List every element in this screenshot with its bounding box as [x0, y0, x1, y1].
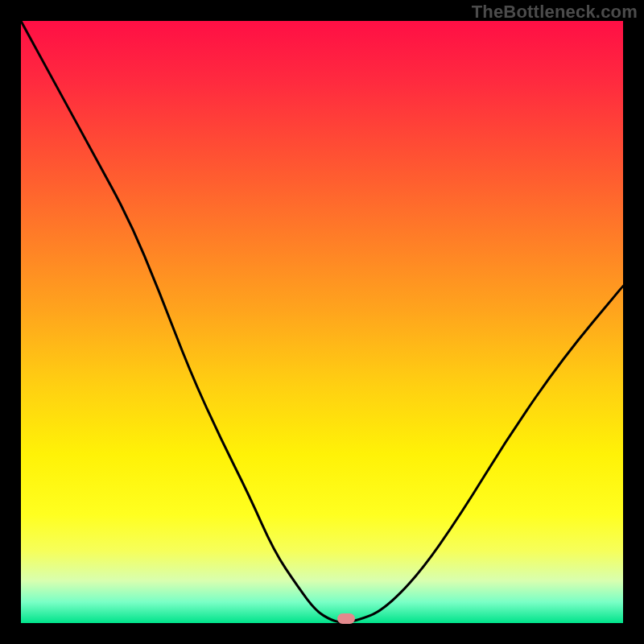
plot-svg	[21, 21, 623, 623]
optimum-marker	[337, 613, 355, 624]
gradient-rect	[21, 21, 623, 623]
plot-area	[21, 21, 623, 623]
chart-frame: TheBottleneck.com	[0, 0, 644, 644]
watermark-text: TheBottleneck.com	[472, 2, 638, 23]
